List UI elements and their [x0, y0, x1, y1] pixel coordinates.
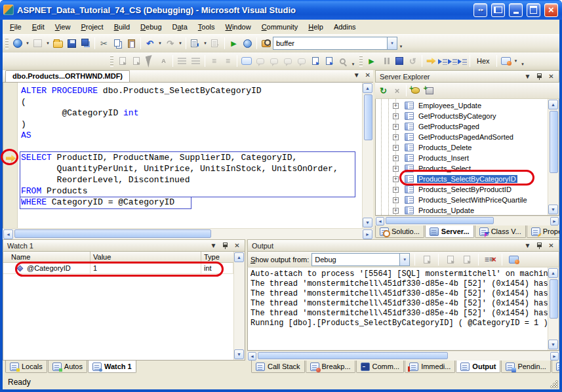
debug-windows-dropdown-icon[interactable]: ▼	[513, 54, 519, 68]
show-next-statement-icon[interactable]	[424, 54, 438, 68]
expand-icon[interactable]: +	[393, 113, 399, 119]
tree-item-products_selectbycategoryid[interactable]: +Products_SelectByCategoryID	[376, 174, 548, 184]
scroll-up-icon[interactable]: ▲	[548, 100, 558, 109]
find-message-icon[interactable]	[420, 253, 433, 266]
search-dropdown-icon[interactable]: ▼	[387, 37, 397, 49]
tree-item-products_delete[interactable]: +Products_Delete	[376, 142, 548, 153]
redo-dropdown-icon[interactable]: ▼	[177, 37, 184, 50]
scroll-up-icon[interactable]: ▲	[363, 83, 372, 93]
editor-horizontal-scrollbar[interactable]: ◄ ►	[3, 228, 373, 239]
tab-server-[interactable]: Server...	[425, 225, 474, 238]
scroll-up-icon[interactable]: ▲	[234, 252, 244, 262]
redo-icon[interactable]	[163, 37, 177, 50]
tab-error-list[interactable]: Error List	[552, 361, 559, 373]
tab-breakp-[interactable]: Breakp...	[306, 361, 355, 373]
resize-grip[interactable]	[550, 380, 558, 388]
editor-tab[interactable]: dbo.Products...ORTHWND.MDF)	[5, 70, 130, 82]
goto-next-message-icon[interactable]	[460, 253, 473, 266]
toolbar-overflow-icon[interactable]: ▼	[397, 36, 405, 50]
window-popout-button[interactable]	[491, 3, 505, 17]
close-panel-icon[interactable]: ✕	[546, 72, 556, 81]
menu-view[interactable]: View	[50, 20, 76, 33]
output-source-dropdown-icon[interactable]: ▼	[399, 254, 409, 265]
expand-icon[interactable]: +	[393, 208, 399, 214]
expand-icon[interactable]: +	[393, 134, 399, 140]
find-in-files-icon[interactable]	[259, 37, 273, 50]
toolbar-grip[interactable]	[5, 38, 9, 49]
indent-icon[interactable]	[175, 54, 189, 68]
scroll-right-icon[interactable]: ►	[550, 352, 559, 361]
menu-community[interactable]: Community	[256, 20, 304, 33]
menu-project[interactable]: Project	[75, 20, 108, 33]
tab-class-v-[interactable]: Class V...	[475, 225, 526, 238]
code-editor[interactable]: ALTER PROCEDURE dbo.Products_SelectByCat…	[3, 83, 373, 228]
menu-build[interactable]: Build	[109, 20, 135, 33]
tree-item-products_select[interactable]: +Products_Select	[376, 163, 548, 174]
new-item-dropdown-icon[interactable]: ▼	[45, 37, 51, 50]
tab-proper-[interactable]: Proper...	[527, 225, 559, 238]
show-all-panes-icon[interactable]	[294, 54, 308, 68]
maximize-button[interactable]	[527, 3, 540, 17]
tree-vertical-scrollbar[interactable]: ▲ ▼	[548, 99, 559, 215]
tree-item-getproductsbycategory[interactable]: +GetProductsByCategory	[376, 111, 548, 121]
menu-tools[interactable]: Tools	[193, 20, 220, 33]
save-all-icon[interactable]	[79, 37, 92, 50]
show-criteria-pane-icon[interactable]	[253, 54, 267, 68]
comment-lines-icon[interactable]	[207, 54, 221, 68]
hex-button[interactable]: Hex	[472, 56, 494, 66]
tree-horizontal-scrollbar[interactable]: ◄ ►	[375, 216, 559, 225]
execute-sql-icon[interactable]	[322, 54, 336, 68]
menu-help[interactable]: Help	[303, 20, 329, 33]
toolbar-grip[interactable]	[110, 56, 113, 67]
tab-comm-[interactable]: Comm...	[356, 361, 405, 373]
tab-locals[interactable]: Locals	[5, 361, 47, 373]
tab-immedi-[interactable]: Immedi...	[405, 361, 455, 373]
scroll-thumb[interactable]	[364, 94, 372, 140]
breakpoints-window-icon[interactable]	[499, 54, 513, 68]
scroll-thumb[interactable]	[14, 229, 211, 238]
undo-icon[interactable]	[143, 37, 157, 50]
scroll-up-icon[interactable]: ▲	[548, 268, 558, 278]
scroll-left-icon[interactable]: ◄	[376, 217, 384, 225]
scroll-thumb[interactable]	[386, 217, 494, 224]
editor-gutter[interactable]	[3, 83, 18, 228]
paste-icon[interactable]	[125, 37, 138, 50]
output-console[interactable]: Auto-attach to process '[5564] [SQL] mon…	[247, 267, 559, 351]
show-results-pane-icon[interactable]	[281, 54, 294, 68]
open-file-icon[interactable]	[51, 37, 65, 50]
scroll-thumb[interactable]	[550, 279, 558, 319]
watch-grid[interactable]: NameValueType @CategoryID1int ▲ ▼	[3, 252, 245, 361]
undo-dropdown-icon[interactable]: ▼	[157, 37, 163, 50]
scroll-down-icon[interactable]: ▼	[548, 340, 558, 349]
step-over-icon[interactable]	[448, 57, 458, 66]
auto-hide-pin-icon[interactable]	[534, 72, 544, 81]
window-position-icon[interactable]: ▼	[523, 72, 532, 81]
verify-sql-syntax-icon[interactable]	[129, 54, 143, 68]
output-source-combobox[interactable]: Debug ▼	[311, 253, 410, 266]
menu-debug[interactable]: Debug	[135, 20, 167, 33]
goto-previous-message-icon[interactable]	[443, 253, 457, 266]
copy-icon[interactable]	[111, 37, 125, 50]
window-switch-button[interactable]	[473, 3, 487, 17]
new-item-icon[interactable]	[31, 37, 45, 50]
scroll-thumb[interactable]	[550, 111, 558, 173]
scroll-thumb[interactable]	[258, 352, 448, 359]
server-explorer-tree[interactable]: +Employees_Update+GetProductsByCategory+…	[375, 99, 559, 216]
connect-to-database-icon[interactable]	[409, 84, 422, 97]
window-position-icon[interactable]: ▼	[209, 241, 218, 250]
navigate-backward-icon[interactable]	[188, 37, 202, 50]
scroll-right-icon[interactable]: ►	[363, 229, 372, 239]
expand-icon[interactable]: +	[393, 145, 399, 151]
toolbar-overflow-icon[interactable]: ▼	[350, 54, 357, 68]
tree-item-getproductspaged[interactable]: +GetProductsPaged	[376, 121, 548, 132]
uncomment-lines-icon[interactable]	[221, 54, 235, 68]
tree-item-products_update[interactable]: +Products_Update	[376, 205, 548, 216]
tree-item-products_selectwithpricequartile[interactable]: +Products_SelectWithPriceQuartile	[376, 195, 548, 205]
auto-hide-pin-icon[interactable]	[220, 241, 230, 250]
expand-icon[interactable]: +	[393, 103, 399, 109]
scroll-down-icon[interactable]: ▼	[363, 218, 372, 227]
outdent-icon[interactable]	[189, 54, 203, 68]
tree-item-products_selectbyproductid[interactable]: +Products_SelectByProductID	[376, 184, 548, 195]
scroll-down-icon[interactable]: ▼	[548, 205, 558, 214]
menu-file[interactable]: File	[5, 20, 27, 33]
